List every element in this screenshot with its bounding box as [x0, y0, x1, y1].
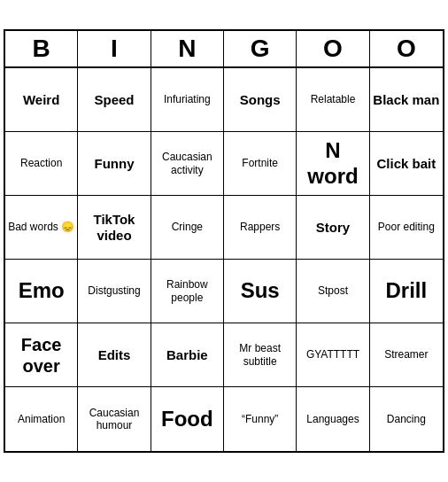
bingo-cell-28: GYATTTTT: [297, 323, 369, 387]
bingo-cell-32: Food: [151, 387, 224, 451]
bingo-cell-14: Cringe: [151, 196, 224, 260]
bingo-cell-1: Speed: [78, 68, 151, 132]
bingo-cell-18: Emo: [5, 260, 78, 323]
bingo-cell-34: Languages: [297, 387, 369, 451]
bingo-cell-11: Click bait: [370, 132, 443, 196]
bingo-cell-35: Dancing: [370, 387, 443, 451]
bingo-cell-20: Rainbow people: [151, 260, 224, 323]
bingo-cell-17: Poor editing: [370, 196, 443, 260]
bingo-board: BINGOO WeirdSpeedInfuriatingSongsRelatab…: [4, 29, 444, 453]
bingo-cell-10: N word: [297, 132, 369, 196]
bingo-cell-0: Weird: [5, 68, 78, 132]
bingo-cell-16: Story: [297, 196, 369, 260]
bingo-cell-2: Infuriating: [151, 68, 224, 132]
bingo-cell-13: TikTok video: [78, 196, 151, 260]
bingo-cell-24: Face over: [5, 323, 78, 387]
bingo-cell-7: Funny: [78, 132, 151, 196]
bingo-cell-4: Relatable: [297, 68, 369, 132]
header-letter-5: O: [370, 31, 443, 66]
header-letter-0: B: [5, 31, 78, 66]
bingo-cell-22: Stpost: [297, 260, 369, 323]
bingo-cell-19: Distgusting: [78, 260, 151, 323]
bingo-cell-6: Reaction: [5, 132, 78, 196]
header-letter-3: G: [224, 31, 297, 66]
bingo-cell-25: Edits: [78, 323, 151, 387]
bingo-cell-27: Mr beast subtitle: [224, 323, 297, 387]
bingo-cell-5: Black man: [370, 68, 443, 132]
bingo-cell-12: Bad words 😞: [5, 196, 78, 260]
bingo-header: BINGOO: [5, 31, 443, 68]
header-letter-1: I: [78, 31, 151, 66]
bingo-cell-30: Animation: [5, 387, 78, 451]
header-letter-2: N: [151, 31, 224, 66]
bingo-grid: WeirdSpeedInfuriatingSongsRelatableBlack…: [5, 68, 443, 451]
bingo-cell-21: Sus: [224, 260, 297, 323]
bingo-cell-9: Fortnite: [224, 132, 297, 196]
header-letter-4: O: [297, 31, 369, 66]
bingo-cell-33: “Funny”: [224, 387, 297, 451]
bingo-cell-8: Caucasian activity: [151, 132, 224, 196]
bingo-cell-23: Drill: [370, 260, 443, 323]
bingo-cell-15: Rappers: [224, 196, 297, 260]
bingo-cell-26: Barbie: [151, 323, 224, 387]
bingo-cell-3: Songs: [224, 68, 297, 132]
bingo-cell-29: Streamer: [370, 323, 443, 387]
bingo-cell-31: Caucasian humour: [78, 387, 151, 451]
